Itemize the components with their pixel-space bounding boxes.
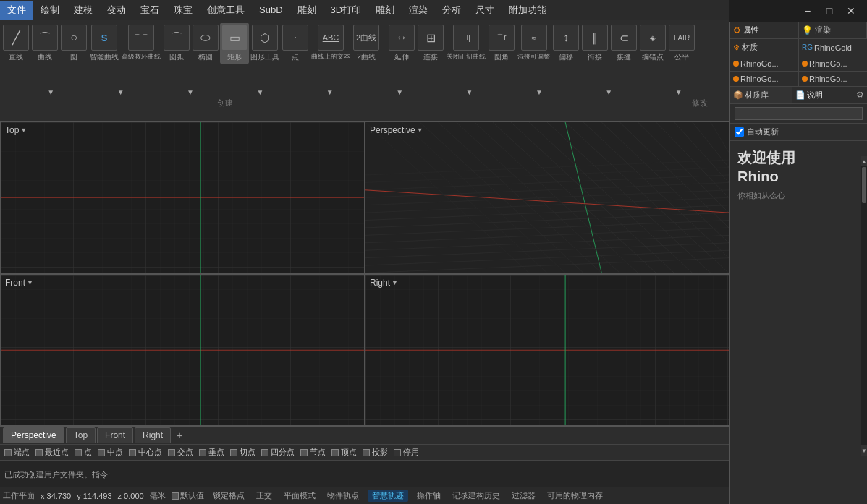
viewport-perspective[interactable]: Perspective ▼	[365, 121, 729, 274]
panel-scrollbar[interactable]	[861, 166, 867, 456]
viewport-front[interactable]: Front ▼	[0, 274, 365, 427]
snap-tan-checkbox[interactable]	[230, 449, 237, 456]
snap-quad[interactable]: 四分点	[261, 447, 295, 458]
snap-point-checkbox[interactable]	[75, 449, 82, 456]
snap-endpoint-checkbox[interactable]	[4, 449, 12, 456]
panel-row-rg3[interactable]: RhinoGo...	[799, 56, 867, 71]
menu-analyze[interactable]: 分析	[435, 1, 468, 20]
panel-tab-render[interactable]: 💡 渲染	[799, 22, 868, 38]
tool-close-tangent[interactable]: ⊣| 关闭正切曲线	[445, 23, 487, 63]
planar-label[interactable]: 平面模式	[281, 490, 318, 502]
menu-sculpt2[interactable]: 雕刻	[368, 1, 402, 20]
panel-row-rg4[interactable]: RhinoGo...	[730, 72, 799, 86]
view-tab-right[interactable]: Right	[135, 427, 171, 443]
tool-rect[interactable]: ▭ 矩形	[220, 23, 249, 64]
menu-subd[interactable]: SubD	[252, 1, 290, 18]
snap-nearest-checkbox[interactable]	[35, 449, 43, 456]
tool-seam[interactable]: ⊂ 接缝	[609, 23, 638, 64]
panel-bottom-tab-description[interactable]: 📄 说明	[792, 87, 854, 103]
snap-midpoint[interactable]: 中点	[98, 447, 123, 458]
smart-track-label[interactable]: 智慧轨迹	[368, 490, 408, 502]
menu-sculpt[interactable]: 雕刻	[290, 1, 323, 20]
view-tab-top[interactable]: Top	[66, 427, 96, 443]
viewport-right-label[interactable]: Right ▼	[370, 278, 398, 288]
panel-row-rg5[interactable]: RhinoGo...	[799, 72, 867, 86]
tool-fillet[interactable]: ⌒r 圆角	[487, 23, 516, 64]
snap-disable[interactable]: 停用	[394, 447, 419, 458]
snap-perp-checkbox[interactable]	[199, 449, 206, 456]
snap-center[interactable]: 中心点	[129, 447, 162, 458]
menu-3dprint[interactable]: 3D打印	[323, 1, 369, 20]
menu-extra[interactable]: 附加功能	[502, 1, 554, 20]
tool-smart-curve[interactable]: S 智能曲线	[88, 23, 120, 64]
tool-point[interactable]: · 点	[281, 23, 310, 64]
operation-label[interactable]: 操作轴	[414, 490, 444, 502]
viewport-perspective-label[interactable]: Perspective ▼	[370, 125, 423, 135]
menu-transform[interactable]: 变动	[100, 1, 133, 20]
toolbar-expand-5[interactable]: ▼	[326, 88, 334, 96]
viewport-top[interactable]: Top ▼	[0, 121, 365, 274]
snap-endpoint[interactable]: 端点	[4, 447, 30, 458]
panel-bottom-tab-library[interactable]: 📦 材质库	[730, 87, 792, 103]
snap-disable-checkbox[interactable]	[394, 449, 401, 456]
obj-snap-label[interactable]: 物件轨点	[324, 490, 362, 502]
tool-2curve[interactable]: 2曲线 2曲线	[352, 23, 381, 64]
panel-tab-properties[interactable]: ⚙ 属性	[730, 22, 799, 38]
tool-ellipse[interactable]: ⬭ 椭圆	[191, 23, 220, 64]
menu-render[interactable]: 渲染	[402, 1, 435, 20]
snap-vertex[interactable]: 顶点	[331, 447, 357, 458]
panel-tab-material[interactable]: ⚙ 材质	[730, 39, 799, 56]
toolbar-expand-10[interactable]: ▼	[675, 88, 682, 96]
panel-settings-icon[interactable]: ⚙	[853, 87, 867, 103]
toolbar-expand-7[interactable]: ▼	[466, 88, 473, 96]
tool-extend[interactable]: ↔ 延伸	[387, 23, 416, 64]
menu-dims[interactable]: 尺寸	[468, 1, 502, 20]
viewport-front-label[interactable]: Front ▼	[5, 278, 33, 288]
snap-perp[interactable]: 垂点	[199, 447, 224, 458]
viewport-right[interactable]: Right ▼	[365, 274, 729, 427]
maximize-button[interactable]: □	[819, 4, 839, 18]
snap-tan[interactable]: 切点	[230, 447, 255, 458]
view-tab-add-button[interactable]: +	[172, 428, 187, 443]
tool-match[interactable]: ∥ 衔接	[580, 23, 609, 64]
snap-nearest[interactable]: 最近点	[35, 447, 69, 458]
snap-vertex-checkbox[interactable]	[331, 449, 339, 456]
auto-update-checkbox[interactable]	[735, 127, 744, 137]
toolbar-expand-2[interactable]: ▼	[117, 88, 124, 96]
snap-knot-checkbox[interactable]	[300, 449, 308, 456]
toolbar-expand-8[interactable]: ▼	[536, 88, 543, 96]
snap-project-checkbox[interactable]	[363, 449, 370, 456]
tool-edit-pts[interactable]: ◈ 编错点	[638, 23, 667, 64]
toolbar-expand-3[interactable]: ▼	[187, 88, 194, 96]
ortho-label[interactable]: 正交	[253, 490, 275, 502]
tool-polygon[interactable]: ⬡ 图形工具	[249, 23, 281, 64]
snap-point[interactable]: 点	[75, 447, 92, 458]
view-tab-perspective[interactable]: Perspective	[3, 427, 64, 443]
tool-circle[interactable]: ○ 圆	[59, 23, 88, 64]
tool-arc[interactable]: ⌒ 圆弧	[162, 23, 191, 64]
tool-blend[interactable]: ≈ 混接可调整	[516, 23, 551, 63]
toolbar-expand-6[interactable]: ▼	[396, 88, 403, 96]
snap-project[interactable]: 投影	[363, 447, 388, 458]
menu-gem[interactable]: 宝石	[133, 1, 166, 20]
lock-grid-label[interactable]: 锁定格点	[210, 490, 248, 502]
tool-offset[interactable]: ↕ 偏移	[551, 23, 580, 64]
view-tab-front[interactable]: Front	[97, 427, 133, 443]
menu-file[interactable]: 文件	[0, 1, 33, 20]
toolbar-expand-9[interactable]: ▼	[605, 88, 612, 96]
snap-center-checkbox[interactable]	[129, 449, 136, 456]
panel-row-rg2[interactable]: RhinoGo...	[730, 56, 799, 71]
menu-jewelry[interactable]: 珠宝	[166, 1, 200, 20]
panel-scrollbar-thumb[interactable]	[862, 167, 866, 203]
menu-creative[interactable]: 创意工具	[200, 1, 252, 20]
snap-quad-checkbox[interactable]	[261, 449, 268, 456]
snap-intersect-checkbox[interactable]	[168, 449, 175, 456]
record-label[interactable]: 记录建构历史	[449, 490, 503, 502]
panel-tab-rhinogold-1[interactable]: RG RhinoGold	[799, 39, 867, 56]
snap-midpoint-checkbox[interactable]	[98, 449, 105, 456]
minimize-button[interactable]: −	[798, 4, 818, 18]
snap-knot[interactable]: 节点	[300, 447, 326, 458]
tool-curve[interactable]: ⌒ 曲线	[30, 23, 59, 64]
tool-advanced-curve[interactable]: ⌒⌒ 高级救环曲线	[120, 23, 162, 63]
viewport-top-label[interactable]: Top ▼	[5, 125, 27, 135]
